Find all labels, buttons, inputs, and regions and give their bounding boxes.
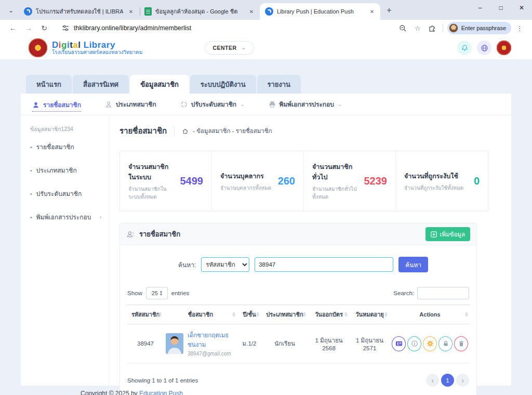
- logo-letter: l: [78, 40, 81, 50]
- logo-word2: Library: [84, 40, 115, 50]
- tab-title: ข้อมูลลูกค้าห้องสมุด - Google ชีต: [155, 7, 244, 16]
- tab-reports[interactable]: รายงาน: [257, 75, 301, 94]
- member-settings-button[interactable]: [423, 336, 437, 351]
- next-page-button[interactable]: ›: [456, 374, 469, 387]
- stat-title: จำนวนบุคลากร: [220, 171, 271, 181]
- sidebar-item-member-list[interactable]: • รายชื่อสมาชิก: [30, 142, 101, 152]
- window-controls: – □ ✕: [470, 0, 532, 16]
- site-header: Digital Library โรงเรียนธรรมศาสตร์คลองหล…: [0, 36, 532, 59]
- member-delete-button[interactable]: [454, 336, 468, 351]
- member-lock-button[interactable]: [438, 336, 453, 351]
- sidebar-item-print-documents[interactable]: • พิมพ์เอกสารประกอบ ›: [30, 212, 101, 222]
- bullet-icon: •: [30, 191, 32, 197]
- tab-operations[interactable]: ระบบปฏิบัติงาน: [190, 75, 256, 94]
- member-name-link[interactable]: เด็กชายกฤตเมธ ชนงาม: [188, 331, 235, 349]
- sort-icon: [465, 312, 468, 317]
- subnav-member-level[interactable]: ปรับระดับสมาชิก ⌄: [180, 99, 245, 109]
- col-issue-date[interactable]: วันออกบัตร: [308, 305, 350, 324]
- add-member-button[interactable]: เพิ่มข้อมูล: [425, 227, 471, 241]
- header-actions: [457, 41, 511, 55]
- info-icon: [411, 340, 418, 347]
- table-controls: Show 25 ▴▾ entries Search:: [127, 287, 469, 299]
- browser-menu-icon[interactable]: ⋮: [513, 22, 526, 34]
- search-button[interactable]: ค้นหา: [398, 257, 428, 272]
- pagination: ‹ 1 ›: [426, 374, 469, 387]
- stat-value: 0: [474, 175, 480, 187]
- sidebar-item-label: ปรับระดับสมาชิก: [36, 189, 82, 199]
- maximize-button[interactable]: □: [490, 0, 511, 16]
- chevron-down-icon: ⌄: [240, 101, 244, 107]
- close-window-button[interactable]: ✕: [511, 0, 532, 16]
- table-row: 38947: [127, 324, 470, 363]
- subnav-label: รายชื่อสมาชิก: [43, 100, 81, 110]
- stat-value: 260: [278, 175, 295, 187]
- col-class[interactable]: ปี/ชั้น: [237, 305, 261, 324]
- tab-home[interactable]: หน้าแรก: [26, 75, 72, 94]
- col-member-type[interactable]: ประเภทสมาชิก: [261, 305, 308, 324]
- new-tab-button[interactable]: +: [382, 4, 396, 17]
- page-size-select[interactable]: 25 ▴▾: [146, 287, 168, 299]
- main-nav-tabs: หน้าแรก สื่อสารนิเทศ ข้อมูลสมาชิก ระบบปฏ…: [21, 75, 511, 94]
- col-expire-date[interactable]: วันหมดอายุ: [350, 305, 390, 324]
- tab-close-icon[interactable]: ✕: [247, 7, 256, 16]
- sort-icon: [344, 312, 348, 317]
- member-info-button[interactable]: [407, 336, 421, 351]
- chevron-down-icon: ⌄: [8, 7, 14, 14]
- back-button[interactable]: ←: [6, 21, 20, 35]
- site-settings-icon[interactable]: [61, 24, 70, 32]
- bookmark-star-icon[interactable]: ☆: [411, 22, 424, 34]
- divider: [443, 24, 443, 32]
- members-table: รหัสสมาชิก ชื่อสมาชิก ปี/ชั้น ประเภทสมาช…: [127, 305, 470, 363]
- home-icon[interactable]: [182, 128, 189, 135]
- tab-search-button[interactable]: ⌄: [4, 4, 18, 17]
- passphrase-button[interactable]: Enter passphrase: [447, 22, 511, 34]
- address-bar[interactable]: thklibrary.online/library/admin/memberli…: [56, 21, 392, 35]
- notifications-bell-icon[interactable]: [457, 41, 472, 55]
- search-type-select[interactable]: รหัสสมาชิก: [201, 257, 249, 272]
- stat-subtitle: จำนวนบุคลากรทั้งหมด: [220, 184, 271, 192]
- stat-card-staff: จำนวนบุคลากรจำนวนบุคลากรทั้งหมด 260: [212, 151, 304, 211]
- col-member-name[interactable]: ชื่อสมาชิก: [164, 305, 237, 324]
- sidebar-item-member-level[interactable]: • ปรับระดับสมาชิก: [30, 189, 101, 199]
- reload-button[interactable]: ↻: [37, 21, 51, 35]
- chevron-right-icon: ›: [100, 214, 101, 220]
- browser-tab-1[interactable]: โปรแกรมสำหรับทดลองใช้ | ILIBRAR ✕: [19, 3, 139, 20]
- subnav-print-documents[interactable]: พิมพ์เอกสารประกอบ ⌄: [269, 99, 342, 109]
- tab-member-data[interactable]: ข้อมูลสมาชิก: [130, 75, 189, 94]
- minimize-button[interactable]: –: [470, 0, 490, 16]
- language-globe-icon[interactable]: [477, 41, 491, 55]
- logo-letter: g: [61, 40, 67, 50]
- sidebar-item-member-types[interactable]: • ประเภทสมาชิก: [30, 165, 101, 175]
- center-dropdown[interactable]: CENTER ⌄: [205, 41, 254, 55]
- chevron-down-icon: ⌄: [242, 45, 246, 50]
- sidebar: ข้อมูลสมาชิก1234 • รายชื่อสมาชิก • ประเภ…: [21, 115, 109, 386]
- extensions-icon[interactable]: [426, 22, 438, 34]
- trash-icon: [458, 340, 465, 347]
- printer-icon: [269, 101, 276, 108]
- page-title: รายชื่อสมาชิก: [119, 125, 167, 137]
- member-card-button[interactable]: [392, 336, 406, 351]
- zoom-icon[interactable]: [397, 22, 409, 34]
- stat-title: จำนวนสมาชิกทั่วไป: [312, 162, 360, 182]
- tab-media[interactable]: สื่อสารนิเทศ: [73, 75, 129, 94]
- member-photo-avatar: [166, 333, 183, 354]
- tab-close-icon[interactable]: ✕: [127, 7, 135, 16]
- page-1-button[interactable]: 1: [441, 374, 454, 387]
- tab-title: Library Push | Education Push: [277, 8, 364, 15]
- search-input[interactable]: [255, 257, 393, 272]
- subnav-member-list[interactable]: รายชื่อสมาชิก: [32, 100, 81, 112]
- tab-close-icon[interactable]: ✕: [368, 7, 376, 16]
- col-member-id[interactable]: รหัสสมาชิก: [127, 305, 164, 324]
- show-label: Show: [127, 290, 142, 296]
- browser-tab-2[interactable]: ข้อมูลลูกค้าห้องสมุด - Google ชีต ✕: [139, 3, 260, 20]
- sort-icon: [384, 312, 388, 317]
- forward-button[interactable]: →: [22, 21, 35, 35]
- col-actions[interactable]: Actions: [390, 305, 470, 324]
- browser-tab-3-active[interactable]: Library Push | Education Push ✕: [260, 3, 380, 20]
- table-search-input[interactable]: [417, 287, 469, 299]
- page-size-value: 25: [152, 290, 158, 296]
- subnav-member-types[interactable]: ประเภทสมาชิก: [105, 99, 156, 109]
- prev-page-button[interactable]: ‹: [426, 374, 439, 387]
- page-body: หน้าแรก สื่อสารนิเทศ ข้อมูลสมาชิก ระบบปฏ…: [0, 59, 532, 395]
- user-avatar-emblem[interactable]: [497, 41, 511, 55]
